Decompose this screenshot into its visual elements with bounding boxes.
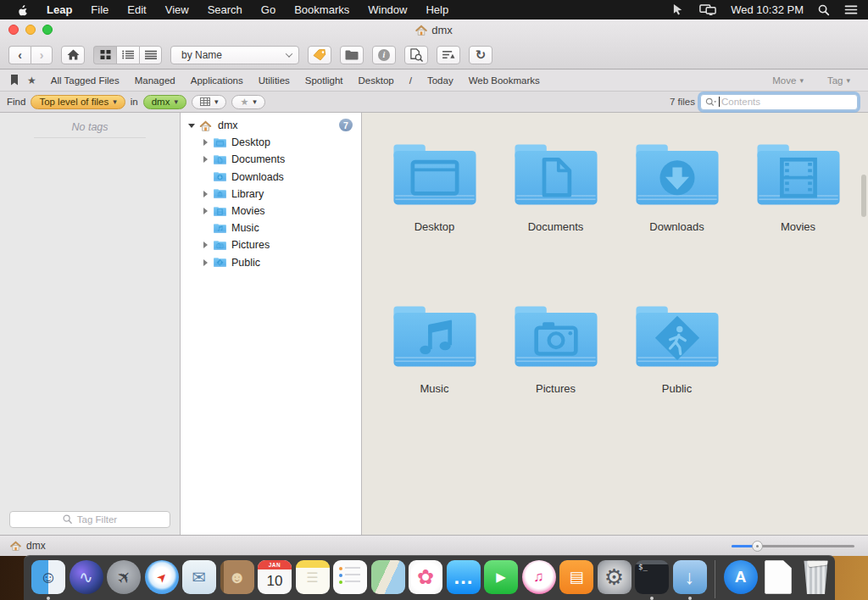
minimize-button[interactable] [25, 25, 36, 35]
dock-facetime[interactable]: ▶ [484, 560, 518, 594]
bookmark-managed[interactable]: Managed [127, 75, 183, 86]
folder-movies[interactable]: Movies [737, 138, 859, 300]
dock-document[interactable] [761, 560, 795, 594]
tree-item-library[interactable]: Library [181, 186, 361, 203]
folder-button[interactable] [340, 46, 364, 64]
search-content-button[interactable] [404, 46, 428, 64]
folder-downloads[interactable]: Downloads [616, 138, 737, 300]
bookmark-web-bookmarks[interactable]: Web Bookmarks [461, 75, 548, 86]
tag-menu-button[interactable]: Tag ▾ [820, 75, 858, 86]
bookmark-item[interactable]: / [402, 75, 420, 86]
filter-button[interactable] [437, 46, 460, 64]
folder-public[interactable]: Public [616, 300, 737, 462]
bookmark-spotlight[interactable]: Spotlight [298, 75, 351, 86]
dock-maps[interactable] [371, 560, 405, 594]
disclosure-triangle[interactable] [200, 242, 210, 248]
disclosure-triangle[interactable] [200, 156, 210, 163]
menu-window[interactable]: Window [359, 3, 416, 16]
menu-search[interactable]: Search [198, 3, 252, 16]
home-button[interactable] [61, 46, 85, 64]
title-bar[interactable]: dmx [0, 19, 868, 41]
search-input[interactable] [721, 97, 853, 107]
menu-leap[interactable]: Leap [37, 3, 81, 16]
vertical-scrollbar[interactable] [861, 175, 866, 217]
menu-clock[interactable]: Wed 10:32 PM [731, 3, 804, 16]
folder-pictures[interactable]: Pictures [495, 300, 616, 462]
list-view-button[interactable] [116, 46, 139, 64]
location-pill-dropdown[interactable]: dmx ▾ [143, 95, 186, 109]
disclosure-triangle[interactable] [200, 191, 210, 197]
dock-itunes[interactable]: ♫ [522, 560, 556, 594]
tree-item-documents[interactable]: Documents [181, 151, 361, 168]
dock-contacts[interactable]: ☻ [220, 560, 254, 594]
menu-help[interactable]: Help [416, 3, 458, 16]
bookmark-icon[interactable] [10, 75, 19, 86]
dock-notes[interactable]: ☰ [296, 560, 330, 594]
tree-item-music[interactable]: Music [181, 219, 361, 236]
dock-finder[interactable]: ☺ [31, 560, 65, 594]
disclosure-triangle[interactable] [200, 259, 210, 266]
disclosure-triangle[interactable] [200, 208, 210, 214]
dock-photos[interactable]: ✿ [409, 560, 442, 594]
tree-item-desktop[interactable]: Desktop [181, 134, 361, 151]
tag-filter-field[interactable]: Tag Filter [9, 511, 170, 528]
forward-button[interactable]: › [31, 46, 53, 64]
dock-messages[interactable]: … [447, 560, 481, 594]
bookmark-today[interactable]: Today [420, 75, 461, 86]
slider-thumb[interactable] [752, 541, 763, 552]
dock-reminders[interactable] [333, 560, 367, 594]
bookmark-desktop[interactable]: Desktop [351, 75, 402, 86]
dock-trash[interactable] [799, 560, 833, 594]
menu-file[interactable]: File [81, 3, 118, 16]
pointer-status-icon[interactable] [672, 3, 685, 16]
dock-siri[interactable]: ∿ [70, 560, 103, 594]
grid-view-button[interactable] [93, 46, 116, 64]
bookmark-applications[interactable]: Applications [183, 75, 251, 86]
search-icon[interactable] [705, 97, 717, 107]
tree-item-dmx[interactable]: dmx7 [181, 117, 361, 134]
tag-button[interactable] [308, 46, 331, 64]
disclosure-triangle[interactable] [200, 139, 210, 146]
move-menu-button[interactable]: Move ▾ [765, 75, 811, 86]
apple-menu-icon[interactable] [17, 3, 29, 16]
dock-leap[interactable]: ↓ [673, 560, 707, 594]
close-button[interactable] [8, 25, 19, 35]
menu-edit[interactable]: Edit [118, 3, 155, 16]
tree-item-pictures[interactable]: Pictures [181, 236, 361, 253]
notification-center-icon[interactable] [844, 4, 858, 15]
sort-by-dropdown[interactable]: by Name [170, 46, 299, 64]
dock-terminal[interactable]: $_ [635, 560, 669, 594]
contents-search-field[interactable] [700, 94, 858, 110]
bookmark-utilities[interactable]: Utilities [251, 75, 298, 86]
displays-status-icon[interactable] [699, 4, 716, 16]
refresh-button[interactable]: ↻ [469, 46, 492, 64]
zoom-button[interactable] [42, 25, 53, 35]
dock-safari[interactable]: ➤ [145, 560, 179, 594]
folder-documents[interactable]: Documents [495, 138, 616, 300]
menu-go[interactable]: Go [252, 3, 285, 16]
dock-mail[interactable]: ✉ [182, 560, 216, 594]
spotlight-search-icon[interactable] [818, 4, 830, 16]
menu-view[interactable]: View [156, 3, 198, 16]
compact-list-view-button[interactable] [139, 46, 162, 64]
dock-ibooks[interactable]: ▤ [559, 560, 593, 594]
info-button[interactable]: i [372, 46, 396, 64]
tree-item-downloads[interactable]: Downloads [181, 169, 361, 186]
dock-system-preferences[interactable]: ⚙ [598, 560, 632, 594]
folder-desktop[interactable]: Desktop [374, 138, 495, 300]
icon-size-slider[interactable] [732, 540, 854, 552]
scope-pill-dropdown[interactable]: Top level of files ▾ [31, 95, 125, 109]
folder-music[interactable]: Music [374, 300, 495, 462]
dock-app-store[interactable]: A [724, 560, 758, 594]
dock-calendar[interactable]: JAN10 [258, 560, 292, 594]
star-bookmark-icon[interactable]: ★ [27, 75, 36, 86]
tree-item-movies[interactable]: Movies [181, 203, 361, 219]
back-button[interactable]: ‹ [8, 46, 31, 64]
bookmark-all-tagged-files[interactable]: All Tagged Files [43, 75, 127, 86]
tree-item-public[interactable]: Public [181, 254, 361, 271]
rating-pill-dropdown[interactable]: ★ ▾ [231, 95, 264, 109]
dock-launchpad[interactable]: ✈ [107, 560, 141, 594]
disclosure-triangle[interactable] [186, 124, 197, 128]
view-options-pill-dropdown[interactable]: ▾ [192, 95, 227, 109]
menu-bookmarks[interactable]: Bookmarks [285, 3, 359, 16]
